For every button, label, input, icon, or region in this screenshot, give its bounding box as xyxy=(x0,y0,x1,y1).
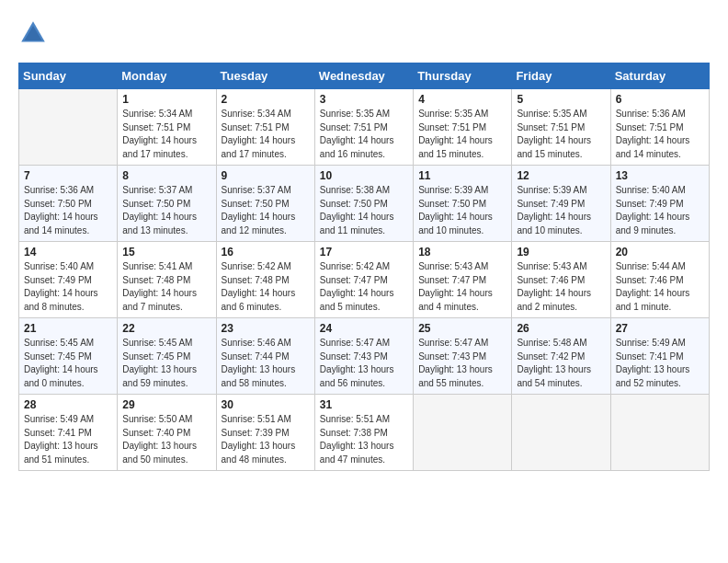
day-info: Sunrise: 5:49 AMSunset: 7:41 PMDaylight:… xyxy=(616,337,704,390)
day-number: 2 xyxy=(222,93,310,106)
calendar-cell xyxy=(19,89,118,166)
calendar-cell: 22Sunrise: 5:45 AMSunset: 7:45 PMDayligh… xyxy=(118,318,216,395)
day-number: 9 xyxy=(222,169,310,182)
calendar-cell: 8Sunrise: 5:37 AMSunset: 7:50 PMDaylight… xyxy=(118,166,216,242)
day-info: Sunrise: 5:38 AMSunset: 7:50 PMDaylight:… xyxy=(320,184,408,237)
day-number: 24 xyxy=(320,322,408,335)
day-number: 10 xyxy=(320,169,408,182)
calendar-cell: 27Sunrise: 5:49 AMSunset: 7:41 PMDayligh… xyxy=(610,318,709,395)
day-number: 30 xyxy=(222,398,310,411)
day-info: Sunrise: 5:49 AMSunset: 7:41 PMDaylight:… xyxy=(24,413,112,466)
logo-icon xyxy=(18,18,48,48)
calendar-week-2: 7Sunrise: 5:36 AMSunset: 7:50 PMDaylight… xyxy=(19,166,710,242)
day-number: 6 xyxy=(616,93,704,106)
weekday-header-friday: Friday xyxy=(512,63,610,89)
day-number: 8 xyxy=(122,169,210,182)
calendar-cell: 5Sunrise: 5:35 AMSunset: 7:51 PMDaylight… xyxy=(512,89,610,166)
day-info: Sunrise: 5:42 AMSunset: 7:48 PMDaylight:… xyxy=(222,260,310,314)
calendar-cell: 3Sunrise: 5:35 AMSunset: 7:51 PMDaylight… xyxy=(314,89,413,166)
calendar-cell: 16Sunrise: 5:42 AMSunset: 7:48 PMDayligh… xyxy=(216,242,314,318)
day-number: 25 xyxy=(418,322,506,335)
day-number: 19 xyxy=(517,246,605,259)
day-info: Sunrise: 5:35 AMSunset: 7:51 PMDaylight:… xyxy=(517,108,605,161)
calendar-cell: 17Sunrise: 5:42 AMSunset: 7:47 PMDayligh… xyxy=(314,242,413,318)
weekday-header-saturday: Saturday xyxy=(610,63,709,89)
calendar-cell: 2Sunrise: 5:34 AMSunset: 7:51 PMDaylight… xyxy=(216,89,314,166)
calendar-cell: 6Sunrise: 5:36 AMSunset: 7:51 PMDaylight… xyxy=(610,89,709,166)
day-info: Sunrise: 5:45 AMSunset: 7:45 PMDaylight:… xyxy=(122,337,210,390)
logo xyxy=(18,18,51,48)
day-number: 27 xyxy=(616,322,704,335)
calendar-cell: 24Sunrise: 5:47 AMSunset: 7:43 PMDayligh… xyxy=(314,318,413,395)
calendar-week-4: 21Sunrise: 5:45 AMSunset: 7:45 PMDayligh… xyxy=(19,318,710,395)
day-info: Sunrise: 5:40 AMSunset: 7:49 PMDaylight:… xyxy=(24,260,112,314)
calendar-cell: 10Sunrise: 5:38 AMSunset: 7:50 PMDayligh… xyxy=(314,166,413,242)
calendar-cell: 15Sunrise: 5:41 AMSunset: 7:48 PMDayligh… xyxy=(118,242,216,318)
calendar-cell: 13Sunrise: 5:40 AMSunset: 7:49 PMDayligh… xyxy=(610,166,709,242)
day-info: Sunrise: 5:51 AMSunset: 7:38 PMDaylight:… xyxy=(320,413,408,466)
day-number: 22 xyxy=(122,322,210,335)
day-info: Sunrise: 5:35 AMSunset: 7:51 PMDaylight:… xyxy=(418,108,506,161)
page-header xyxy=(18,18,710,48)
calendar-cell: 30Sunrise: 5:51 AMSunset: 7:39 PMDayligh… xyxy=(216,395,314,471)
day-number: 3 xyxy=(320,93,408,106)
day-number: 11 xyxy=(418,169,506,182)
calendar-cell: 20Sunrise: 5:44 AMSunset: 7:46 PMDayligh… xyxy=(610,242,709,318)
day-number: 23 xyxy=(222,322,310,335)
day-number: 14 xyxy=(24,246,112,259)
calendar-cell: 12Sunrise: 5:39 AMSunset: 7:49 PMDayligh… xyxy=(512,166,610,242)
calendar-cell: 1Sunrise: 5:34 AMSunset: 7:51 PMDaylight… xyxy=(118,89,216,166)
calendar-cell: 23Sunrise: 5:46 AMSunset: 7:44 PMDayligh… xyxy=(216,318,314,395)
calendar-cell: 29Sunrise: 5:50 AMSunset: 7:40 PMDayligh… xyxy=(118,395,216,471)
day-number: 28 xyxy=(24,398,112,411)
calendar-cell xyxy=(512,395,610,471)
calendar-week-3: 14Sunrise: 5:40 AMSunset: 7:49 PMDayligh… xyxy=(19,242,710,318)
calendar-cell xyxy=(414,395,512,471)
weekday-header-tuesday: Tuesday xyxy=(216,63,314,89)
day-info: Sunrise: 5:35 AMSunset: 7:51 PMDaylight:… xyxy=(320,108,408,161)
calendar-cell: 7Sunrise: 5:36 AMSunset: 7:50 PMDaylight… xyxy=(19,166,118,242)
day-info: Sunrise: 5:37 AMSunset: 7:50 PMDaylight:… xyxy=(122,184,210,237)
day-info: Sunrise: 5:43 AMSunset: 7:47 PMDaylight:… xyxy=(418,260,506,314)
day-info: Sunrise: 5:36 AMSunset: 7:50 PMDaylight:… xyxy=(24,184,112,237)
day-number: 7 xyxy=(24,169,112,182)
day-number: 26 xyxy=(517,322,605,335)
weekday-header-monday: Monday xyxy=(118,63,216,89)
day-info: Sunrise: 5:39 AMSunset: 7:50 PMDaylight:… xyxy=(418,184,506,237)
day-number: 29 xyxy=(122,398,210,411)
day-info: Sunrise: 5:43 AMSunset: 7:46 PMDaylight:… xyxy=(517,260,605,314)
day-info: Sunrise: 5:48 AMSunset: 7:42 PMDaylight:… xyxy=(517,337,605,390)
calendar-cell: 21Sunrise: 5:45 AMSunset: 7:45 PMDayligh… xyxy=(19,318,118,395)
calendar-cell: 31Sunrise: 5:51 AMSunset: 7:38 PMDayligh… xyxy=(314,395,413,471)
calendar-week-5: 28Sunrise: 5:49 AMSunset: 7:41 PMDayligh… xyxy=(19,395,710,471)
day-info: Sunrise: 5:47 AMSunset: 7:43 PMDaylight:… xyxy=(320,337,408,390)
day-info: Sunrise: 5:34 AMSunset: 7:51 PMDaylight:… xyxy=(222,108,310,161)
day-number: 21 xyxy=(24,322,112,335)
day-info: Sunrise: 5:41 AMSunset: 7:48 PMDaylight:… xyxy=(122,260,210,314)
day-number: 13 xyxy=(616,169,704,182)
day-number: 4 xyxy=(418,93,506,106)
day-number: 12 xyxy=(517,169,605,182)
calendar-cell: 18Sunrise: 5:43 AMSunset: 7:47 PMDayligh… xyxy=(414,242,512,318)
day-number: 31 xyxy=(320,398,408,411)
day-info: Sunrise: 5:46 AMSunset: 7:44 PMDaylight:… xyxy=(222,337,310,390)
calendar-week-1: 1Sunrise: 5:34 AMSunset: 7:51 PMDaylight… xyxy=(19,89,710,166)
weekday-header-wednesday: Wednesday xyxy=(314,63,413,89)
calendar-cell: 28Sunrise: 5:49 AMSunset: 7:41 PMDayligh… xyxy=(19,395,118,471)
weekday-header-thursday: Thursday xyxy=(414,63,512,89)
calendar-cell: 25Sunrise: 5:47 AMSunset: 7:43 PMDayligh… xyxy=(414,318,512,395)
day-info: Sunrise: 5:50 AMSunset: 7:40 PMDaylight:… xyxy=(122,413,210,466)
header-row: SundayMondayTuesdayWednesdayThursdayFrid… xyxy=(19,63,710,89)
day-info: Sunrise: 5:44 AMSunset: 7:46 PMDaylight:… xyxy=(616,260,704,314)
day-number: 17 xyxy=(320,246,408,259)
calendar-table: SundayMondayTuesdayWednesdayThursdayFrid… xyxy=(18,63,710,471)
day-number: 1 xyxy=(122,93,210,106)
day-number: 18 xyxy=(418,246,506,259)
day-number: 16 xyxy=(222,246,310,259)
calendar-cell: 9Sunrise: 5:37 AMSunset: 7:50 PMDaylight… xyxy=(216,166,314,242)
day-info: Sunrise: 5:34 AMSunset: 7:51 PMDaylight:… xyxy=(122,108,210,161)
calendar-cell xyxy=(610,395,709,471)
weekday-header-sunday: Sunday xyxy=(19,63,118,89)
calendar-cell: 11Sunrise: 5:39 AMSunset: 7:50 PMDayligh… xyxy=(414,166,512,242)
day-number: 20 xyxy=(616,246,704,259)
